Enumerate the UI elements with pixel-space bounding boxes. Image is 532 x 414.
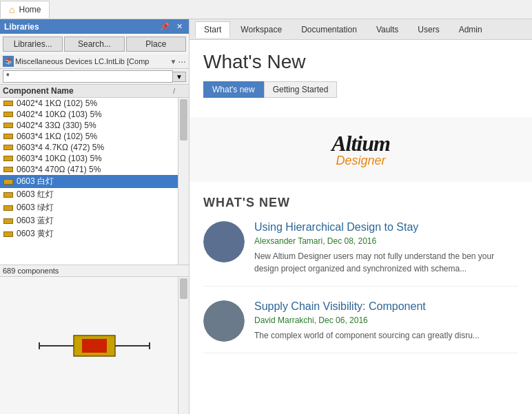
panel-header-title: Libraries xyxy=(4,22,39,32)
component-icon xyxy=(3,110,14,118)
article-item: Using Hierarchical Design to Stay Alexsa… xyxy=(203,221,518,287)
scrollbar-thumb xyxy=(180,99,187,141)
list-item[interactable]: 0603 黄灯 xyxy=(0,227,189,240)
nav-tabs: StartWorkspaceDocumentationVaultsUsersAd… xyxy=(190,19,532,40)
place-button[interactable]: Place xyxy=(126,37,186,52)
nav-tab-workspace[interactable]: Workspace xyxy=(232,21,291,38)
list-item[interactable]: 0402*4 10KΩ (103) 5% xyxy=(0,109,189,120)
search-button[interactable]: Search... xyxy=(64,37,124,52)
main-layout: Libraries 📌 ✕ Libraries... Search... Pla… xyxy=(0,19,532,414)
library-name: Miscellaneous Devices LC.IntLib [Comp xyxy=(15,57,168,65)
top-bar: ⌂ Home xyxy=(0,0,532,19)
nav-tab-vaults[interactable]: Vaults xyxy=(367,21,407,38)
list-scrollbar[interactable] xyxy=(178,98,189,265)
author-avatar xyxy=(203,300,245,342)
home-panel: StartWorkspaceDocumentationVaultsUsersAd… xyxy=(190,19,532,414)
list-item[interactable]: 0603 白灯 xyxy=(0,175,189,188)
sub-tab-getting-started[interactable]: Getting Started xyxy=(264,81,338,98)
altium-logo-area: Altium Designer xyxy=(190,117,532,182)
content-area: What's New What's newGetting Started Alt… xyxy=(190,40,532,414)
article-author: David Marrakchi, Dec 06, 2016 xyxy=(254,315,518,325)
component-icon xyxy=(3,121,14,130)
component-icon xyxy=(3,217,14,225)
article-author: Alexsander Tamari, Dec 08, 2016 xyxy=(254,236,518,246)
altium-text: Altium xyxy=(331,131,390,156)
nav-tab-documentation[interactable]: Documentation xyxy=(292,21,366,38)
list-item[interactable]: 0603*4 470Ω (471) 5% xyxy=(0,164,189,175)
component-name: 0603 绿灯 xyxy=(17,202,54,214)
list-item[interactable]: 0603 红灯 xyxy=(0,188,189,201)
section-title: WHAT'S NEW xyxy=(203,196,518,210)
library-more-options[interactable]: ··· xyxy=(178,56,186,67)
search-dropdown-arrow[interactable]: ▼ xyxy=(173,72,186,82)
component-icon xyxy=(3,143,14,152)
nav-tab-users[interactable]: Users xyxy=(409,21,448,38)
libraries-button[interactable]: Libraries... xyxy=(3,37,63,52)
component-name: 0402*4 1KΩ (102) 5% xyxy=(17,99,97,108)
pin-button[interactable]: 📌 xyxy=(158,21,172,32)
author-avatar xyxy=(203,221,245,262)
component-icon xyxy=(3,191,14,199)
altium-logo: Altium Designer xyxy=(331,131,390,168)
component-preview-panel xyxy=(0,276,189,414)
library-selector: 📚 Miscellaneous Devices LC.IntLib [Comp … xyxy=(0,54,189,69)
component-icon xyxy=(3,165,14,174)
component-list-header: Component Name / xyxy=(0,85,189,98)
panel-buttons: Libraries... Search... Place xyxy=(0,34,189,54)
panel-header: Libraries 📌 ✕ xyxy=(0,19,189,34)
sub-tab-what-s-new[interactable]: What's new xyxy=(203,81,264,98)
article-excerpt: The complex world of component sourcing … xyxy=(254,329,518,342)
list-item[interactable]: 0603*4 10KΩ (103) 5% xyxy=(0,153,189,164)
component-count: 689 components xyxy=(0,265,189,276)
preview-scrollbar-thumb xyxy=(180,278,187,299)
article-excerpt: New Altium Designer users may not fully … xyxy=(254,250,518,275)
list-item[interactable]: 0402*4 33Ω (330) 5% xyxy=(0,120,189,131)
home-tab-label: Home xyxy=(19,5,41,14)
component-search-input[interactable] xyxy=(3,70,173,83)
component-name: 0402*4 10KΩ (103) 5% xyxy=(17,110,102,119)
component-search-bar: ▼ xyxy=(0,69,189,85)
component-schematic-preview xyxy=(32,318,156,373)
component-name: 0603 白灯 xyxy=(17,176,54,187)
component-icon xyxy=(3,132,14,141)
avatar-image xyxy=(203,300,245,342)
libraries-panel: Libraries 📌 ✕ Libraries... Search... Pla… xyxy=(0,19,190,414)
whats-new-header: What's New What's newGetting Started xyxy=(190,40,532,117)
article-title[interactable]: Supply Chain Visibility: Component xyxy=(254,300,518,313)
list-item[interactable]: 0603*4 4.7KΩ (472) 5% xyxy=(0,142,189,153)
nav-tab-start[interactable]: Start xyxy=(195,21,230,38)
component-name: 0603 黄灯 xyxy=(17,228,54,240)
home-icon: ⌂ xyxy=(9,4,14,15)
list-item[interactable]: 0603*4 1KΩ (102) 5% xyxy=(0,131,189,142)
component-name: 0603 红灯 xyxy=(17,189,54,200)
list-item[interactable]: 0603 绿灯 xyxy=(0,201,189,214)
whats-new-section: WHAT'S NEW Using Hierarchical Design to … xyxy=(190,196,532,353)
panel-header-controls: 📌 ✕ xyxy=(158,21,185,32)
library-icon: 📚 xyxy=(3,56,14,67)
nav-tab-admin[interactable]: Admin xyxy=(450,21,491,38)
panel-title: Libraries xyxy=(4,22,39,32)
close-panel-button[interactable]: ✕ xyxy=(174,21,185,32)
page-title: What's New xyxy=(203,51,518,73)
component-icon xyxy=(3,154,14,163)
avatar-image xyxy=(203,221,245,262)
list-item[interactable]: 0402*4 1KΩ (102) 5% xyxy=(0,98,189,109)
article-title[interactable]: Using Hierarchical Design to Stay xyxy=(254,221,518,234)
component-name: 0603*4 1KΩ (102) 5% xyxy=(17,132,97,141)
home-tab[interactable]: ⌂ Home xyxy=(0,1,50,18)
component-name: 0603 蓝灯 xyxy=(17,215,54,227)
component-icon xyxy=(3,99,14,107)
article-content: Supply Chain Visibility: Component David… xyxy=(254,300,518,342)
preview-scrollbar[interactable] xyxy=(178,277,189,414)
list-item[interactable]: 0603 蓝灯 xyxy=(0,214,189,227)
library-dropdown-arrow[interactable]: ▼ xyxy=(170,58,176,65)
component-name: 0402*4 33Ω (330) 5% xyxy=(17,121,96,130)
component-icon xyxy=(3,230,14,238)
svg-rect-1 xyxy=(82,339,107,353)
component-icon xyxy=(3,178,14,186)
articles-container: Using Hierarchical Design to Stay Alexsa… xyxy=(203,221,518,353)
sort-icon[interactable]: / xyxy=(173,87,175,95)
component-icon xyxy=(3,204,14,212)
column-name-header: Component Name xyxy=(3,86,172,96)
component-name: 0603*4 470Ω (471) 5% xyxy=(17,165,101,174)
